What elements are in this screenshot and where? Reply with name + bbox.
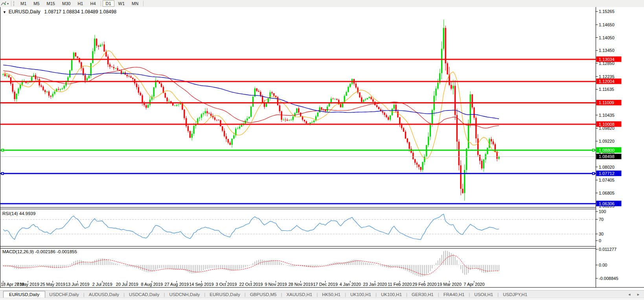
tab-scroll-right-icon[interactable]: ► [637,293,640,296]
chart-tab-XAUUSD-H1[interactable]: XAUUSD,H1 [282,291,316,298]
svg-text:30: 30 [599,232,604,236]
timeframe-button-M30[interactable]: M30 [59,0,74,7]
chart-tab-USDCNH-Daily[interactable]: USDCNH,Daily [165,291,204,298]
timeframe-button-M5[interactable]: M5 [30,0,42,7]
svg-text:-0.008845: -0.008845 [599,276,618,281]
chart-tab-USDCAD-Daily[interactable]: USDCAD,Daily [125,291,163,298]
timeframe-button-M1[interactable]: M1 [17,0,29,7]
timeframe-button-MN[interactable]: MN [129,0,142,7]
chart-title: ▼EURUSD,Daily1.08717 1.08834 1.08489 1.0… [3,9,116,15]
svg-text:100: 100 [599,209,606,214]
svg-text:1.14050: 1.14050 [599,35,615,40]
svg-text:0: 0 [599,238,601,243]
timeframe-toolbar: ▾ M1M5M15M30H1H4D1W1MN [0,0,644,7]
svg-text:1.06306: 1.06306 [599,201,615,206]
chart-tab-UK100-H1[interactable]: UK100,H1 [377,291,406,298]
timeframe-button-H4[interactable]: H4 [87,0,99,7]
svg-text:1.10435: 1.10435 [599,113,615,118]
rsi-indicator-label: RSI(14) 44.9939 [2,211,35,216]
svg-text:27 Aug 2019: 27 Aug 2019 [164,282,189,287]
chart-tab-UK100-H1[interactable]: UK100,H1 [346,291,375,298]
chart-tab-EURUSD-Daily[interactable]: EURUSD,Daily [206,291,244,298]
svg-text:9 Nov 2019: 9 Nov 2019 [265,282,287,287]
svg-text:1.07712: 1.07712 [599,171,615,176]
svg-text:0.00: 0.00 [599,263,607,267]
svg-text:20 Jul 2019: 20 Jul 2019 [116,282,138,287]
time-axis: 18 Apr 20197 May 201925 May 201913 Jun 2… [1,281,485,287]
svg-text:4 Jan 2020: 4 Jan 2020 [339,282,361,287]
chart-tab-bar: EURUSD,DailyUSDCHF,Daily|AUDUSD,Daily|US… [0,290,644,298]
svg-text:1.12004: 1.12004 [599,79,615,84]
svg-text:29 Feb 2020: 29 Feb 2020 [412,282,437,287]
svg-text:17 Dec 2019: 17 Dec 2019 [313,282,337,287]
svg-text:8 Aug 2019: 8 Aug 2019 [141,282,163,287]
chart-tab-USDCHF-Daily[interactable]: USDCHF,Daily [45,291,83,298]
chart-tab-HK50-H1[interactable]: HK50,H1 [318,291,344,298]
svg-text:1.08020: 1.08020 [599,165,615,169]
svg-text:14 Sep 2019: 14 Sep 2019 [189,282,213,287]
svg-text:1.11009: 1.11009 [599,100,614,105]
chart-tool-icon[interactable] [0,1,7,6]
price-chart-canvas[interactable]: 1.152651.146501.140501.134501.128501.122… [0,7,644,297]
chart-menu-dropdown-icon[interactable]: ▼ [3,10,6,14]
svg-text:1.13450: 1.13450 [599,48,615,53]
svg-text:1.10008: 1.10008 [599,122,615,127]
chart-tab-USOil-H1[interactable]: USOil,H1 [470,291,497,298]
svg-text:3 Oct 2019: 3 Oct 2019 [216,282,237,287]
svg-text:28 Nov 2019: 28 Nov 2019 [288,282,313,287]
toolbar-separator [143,1,144,6]
chart-tab-USDJPY-H1[interactable]: USDJPY,H1 [499,291,531,298]
svg-text:22 Oct 2019: 22 Oct 2019 [239,282,263,287]
svg-text:2 Jul 2019: 2 Jul 2019 [92,282,112,287]
chart-ohlc-values: 1.08717 1.08834 1.08489 1.08498 [44,9,117,15]
trading-platform-window: ▾ M1M5M15M30H1H4D1W1MN 1.152651.146501.1… [0,0,644,300]
svg-text:7 May 2019: 7 May 2019 [17,282,39,287]
timeframe-button-W1[interactable]: W1 [115,0,128,7]
toolbar-grip-handle[interactable] [13,1,15,6]
timeframe-button-H1[interactable]: H1 [74,0,86,7]
chart-tab-FRA40-H1[interactable]: FRA40,H1 [440,291,469,298]
svg-text:70: 70 [599,217,604,222]
svg-text:1.06805: 1.06805 [599,191,615,195]
svg-text:11 Feb 2020: 11 Feb 2020 [388,282,412,287]
tab-scroll-arrows: ◄ ► [627,293,640,298]
svg-text:1.12235: 1.12235 [599,74,615,79]
toolbar-dropdown-icon[interactable]: ▾ [7,2,9,6]
tab-scroll-left-icon[interactable]: ◄ [627,293,631,296]
chart-tab-AUDUSD-Daily[interactable]: AUDUSD,Daily [85,291,123,298]
chart-symbol-label: EURUSD,Daily [9,9,40,15]
svg-text:1.13034: 1.13034 [599,57,615,62]
svg-text:23 Jan 2020: 23 Jan 2020 [363,282,387,287]
svg-text:1.07405: 1.07405 [599,178,615,182]
svg-text:1.08800: 1.08800 [599,148,615,153]
chart-tab-GBPUSD-M5[interactable]: GBPUSD,M5 [246,291,281,298]
svg-text:1.11635: 1.11635 [599,87,614,92]
svg-text:13 Jun 2019: 13 Jun 2019 [66,282,90,287]
svg-text:25 May 2019: 25 May 2019 [40,282,65,287]
svg-text:1.09220: 1.09220 [599,139,615,144]
svg-text:1.14650: 1.14650 [599,22,615,27]
macd-indicator-label: MACD(12,26,9) -0.002186 -0.001855 [2,249,77,254]
timeframe-button-M15[interactable]: M15 [44,0,58,7]
svg-text:7 Apr 2020: 7 Apr 2020 [464,282,484,287]
svg-text:0.011277: 0.011277 [599,247,616,252]
svg-text:1.08498: 1.08498 [599,154,615,159]
timeframe-button-D1[interactable]: D1 [103,0,114,7]
toolbar-separator [11,1,11,6]
svg-text:19 Mar 2020: 19 Mar 2020 [437,282,462,287]
toolbar-separator [101,1,101,6]
chart-tab-GER30-H1[interactable]: GER30,H1 [408,291,438,298]
status-strip [0,298,644,300]
svg-text:1.15265: 1.15265 [599,9,615,14]
